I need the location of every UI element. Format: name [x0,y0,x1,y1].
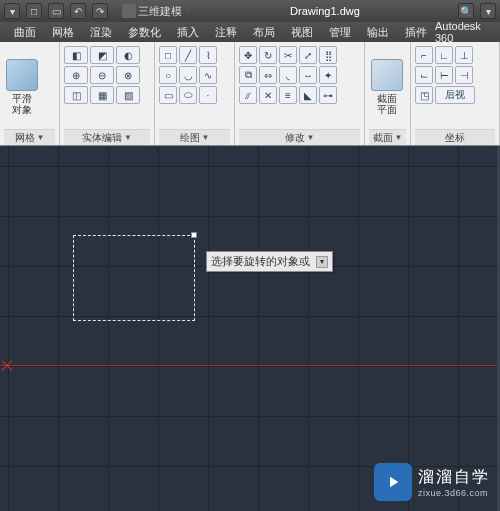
gear-icon [122,4,136,18]
ribbon: 平滑 对象 网格▼ ◧ ◩ ◐ ⊕ ⊖ ⊗ ◫ ▦ ▧ [0,42,500,146]
fillet-icon[interactable]: ◟ [279,66,297,84]
ucs-icon-3[interactable]: ⊥ [455,46,473,64]
workspace-switcher[interactable]: 三维建模 ▼ [122,4,192,19]
panel-mesh: 平滑 对象 网格▼ [0,42,60,145]
document-title: Drawing1.dwg [198,5,452,17]
panel-title-coords[interactable]: 坐标 [415,129,495,145]
panel-modify: ✥ ↻ ✂ ⤢ ⣿ ⧉ ⇔ ◟ ↔ ✦ ⫽ ✕ ≡ ◣ [235,42,365,145]
union-icon[interactable]: ⊕ [64,66,88,84]
line-icon[interactable]: ╱ [179,46,197,64]
watermark-title: 溜溜自学 [418,467,490,488]
ellipse-icon[interactable]: ⬭ [179,86,197,104]
origin-marker [0,358,14,372]
spline-icon[interactable]: ∿ [199,66,217,84]
ribbon-tabs: 曲面 网格 渲染 参数化 插入 注释 布局 视图 管理 输出 插件 Autode… [0,22,500,42]
move-icon[interactable]: ✥ [239,46,257,64]
command-tooltip: 选择要旋转的对象或 ▾ [206,251,333,272]
point-icon[interactable]: · [199,86,217,104]
stretch-icon[interactable]: ↔ [299,66,317,84]
offset-icon[interactable]: ⫽ [239,86,257,104]
panel-title-mesh[interactable]: 网格▼ [4,129,55,145]
polyline-icon[interactable]: ⌇ [199,46,217,64]
erase-icon[interactable]: ✕ [259,86,277,104]
subtract-icon[interactable]: ⊖ [90,66,114,84]
copy-icon[interactable]: ⧉ [239,66,257,84]
panel-title-section[interactable]: 截面▼ [369,129,406,145]
panel-solid-edit: ◧ ◩ ◐ ⊕ ⊖ ⊗ ◫ ▦ ▧ 实体编辑▼ [60,42,155,145]
ucs-icon-4[interactable]: ⌙ [415,66,433,84]
intersect-icon[interactable]: ⊗ [116,66,140,84]
undo-icon[interactable]: ↶ [70,3,86,19]
slice-icon[interactable]: ◫ [64,86,88,104]
panel-title-modify[interactable]: 修改▼ [239,129,360,145]
sweep-icon[interactable]: ◐ [116,46,140,64]
x-axis [0,365,500,366]
ucs-icon-1[interactable]: ⌐ [415,46,433,64]
scale-icon[interactable]: ⤢ [299,46,317,64]
presspull-icon[interactable]: ◩ [90,46,114,64]
extrude-icon[interactable]: ◧ [64,46,88,64]
back-view-button[interactable]: 后视 [435,86,475,104]
section-plane-icon [371,59,403,91]
new-icon[interactable]: □ [26,3,42,19]
join-icon[interactable]: ⊶ [319,86,337,104]
chevron-down-icon: ▼ [184,7,192,16]
view-cube-icon[interactable]: ◳ [415,86,433,104]
panel-title-solid-edit[interactable]: 实体编辑▼ [64,129,150,145]
rectangle-icon[interactable]: ▭ [159,86,177,104]
tooltip-text: 选择要旋转的对象或 [211,254,310,269]
mirror-icon[interactable]: ⇔ [259,66,277,84]
box-icon[interactable]: □ [159,46,177,64]
selection-handle[interactable] [191,232,197,238]
panel-draw: □ ╱ ⌇ ○ ◡ ∿ ▭ ⬭ · 绘图▼ [155,42,235,145]
tab-annotate[interactable]: 注释 [207,23,245,42]
circle-icon[interactable]: ○ [159,66,177,84]
trim-icon[interactable]: ✂ [279,46,297,64]
tab-view[interactable]: 视图 [283,23,321,42]
arc-icon[interactable]: ◡ [179,66,197,84]
align-icon[interactable]: ≡ [279,86,297,104]
rotate-icon[interactable]: ↻ [259,46,277,64]
redo-icon[interactable]: ↷ [92,3,108,19]
tab-surface[interactable]: 曲面 [6,23,44,42]
title-bar: ▾ □ ▭ ↶ ↷ 三维建模 ▼ Drawing1.dwg 🔍 ▾ [0,0,500,22]
drawing-canvas[interactable]: 选择要旋转的对象或 ▾ 溜溜自学 zixue.3d66.com [0,146,500,511]
panel-title-draw[interactable]: 绘图▼ [159,129,230,145]
ucs-icon-6[interactable]: ⊣ [455,66,473,84]
workspace-label: 三维建模 [138,4,182,19]
panel-section: 截面 平面 截面▼ [365,42,411,145]
tab-layout[interactable]: 布局 [245,23,283,42]
search-icon[interactable]: 🔍 [458,3,474,19]
array-icon[interactable]: ⣿ [319,46,337,64]
smooth-object-button[interactable]: 平滑 对象 [4,44,40,129]
tab-mesh[interactable]: 网格 [44,23,82,42]
ucs-icon-2[interactable]: ∟ [435,46,453,64]
chamfer-icon[interactable]: ◣ [299,86,317,104]
brand-label[interactable]: Autodesk 360 [435,20,494,44]
watermark: 溜溜自学 zixue.3d66.com [374,463,490,501]
ucs-icon-5[interactable]: ⊢ [435,66,453,84]
selection-rectangle[interactable] [73,235,195,321]
section-plane-button[interactable]: 截面 平面 [369,44,405,129]
tab-manage[interactable]: 管理 [321,23,359,42]
tab-render[interactable]: 渲染 [82,23,120,42]
tab-plugins[interactable]: 插件 [397,23,435,42]
tab-insert[interactable]: 插入 [169,23,207,42]
watermark-play-icon [374,463,412,501]
panel-coords: ⌐ ∟ ⊥ ⌙ ⊢ ⊣ ◳ 后视 坐标 [411,42,500,145]
imprint-icon[interactable]: ▧ [116,86,140,104]
open-icon[interactable]: ▭ [48,3,64,19]
explode-icon[interactable]: ✦ [319,66,337,84]
signin-icon[interactable]: ▾ [480,3,496,19]
tooltip-dropdown-icon[interactable]: ▾ [316,256,328,268]
smooth-object-icon [6,59,38,91]
thicken-icon[interactable]: ▦ [90,86,114,104]
watermark-subtitle: zixue.3d66.com [418,488,490,498]
app-menu-button[interactable]: ▾ [4,3,20,19]
tab-parametric[interactable]: 参数化 [120,23,169,42]
tab-output[interactable]: 输出 [359,23,397,42]
